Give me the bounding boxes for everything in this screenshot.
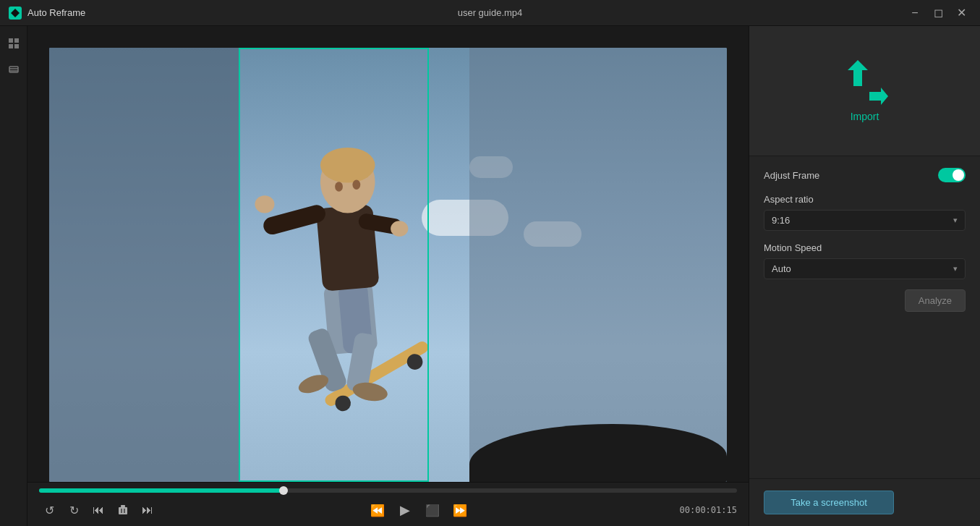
time-display: 00:00:01:15 — [680, 505, 737, 515]
import-label[interactable]: Import — [851, 111, 879, 122]
chevron-down-icon-2: ▾ — [953, 264, 958, 273]
import-arrow-icon — [869, 86, 890, 106]
screenshot-button[interactable]: Take a screenshot — [764, 491, 894, 514]
svg-rect-26 — [119, 507, 127, 514]
svg-rect-1 — [9, 38, 13, 43]
video-scene — [49, 48, 727, 482]
progress-thumb[interactable] — [279, 486, 288, 495]
video-viewport — [49, 48, 727, 482]
app-name: Auto Reframe — [27, 7, 85, 18]
svg-marker-31 — [869, 88, 888, 105]
close-button[interactable]: ✕ — [951, 3, 971, 23]
left-sidebar — [0, 26, 27, 526]
svg-marker-30 — [848, 60, 868, 86]
motion-speed-dropdown[interactable]: Auto ▾ — [764, 258, 966, 279]
video-area: ↺ ↻ ⏮ ⏭ ⏪ ▶ ⬛ — [27, 26, 749, 526]
svg-rect-5 — [9, 67, 18, 72]
skip-back-button[interactable]: ⏮ — [88, 500, 108, 520]
progress-fill — [39, 488, 284, 493]
svg-rect-3 — [9, 44, 13, 48]
settings-section: Adjust Frame Aspect ratio 9:16 ▾ Motion … — [749, 156, 980, 478]
progress-bar[interactable] — [39, 488, 737, 493]
motion-speed-value: Auto — [772, 263, 791, 274]
step-back-button[interactable]: ⏪ — [367, 500, 388, 520]
controls-left: ↺ ↻ ⏮ ⏭ — [39, 500, 158, 520]
maximize-button[interactable]: ◻ — [928, 3, 948, 23]
toggle-thumb — [953, 169, 964, 181]
screenshot-section: Take a screenshot — [749, 478, 980, 526]
redo-button[interactable]: ↻ — [64, 500, 84, 520]
playback-controls: ↺ ↻ ⏮ ⏭ ⏪ ▶ ⬛ — [39, 500, 737, 520]
import-icon — [843, 60, 887, 103]
step-forward-button[interactable]: ⏩ — [450, 500, 470, 520]
reframe-box[interactable] — [239, 48, 428, 482]
svg-marker-0 — [11, 9, 20, 17]
svg-rect-27 — [121, 505, 125, 507]
aspect-ratio-dropdown[interactable]: 9:16 ▾ — [764, 210, 966, 231]
stop-button[interactable]: ⬛ — [422, 500, 443, 520]
download-arrow-icon — [843, 60, 872, 89]
sidebar-icon-layers[interactable] — [4, 59, 24, 80]
adjust-frame-label: Adjust Frame — [764, 170, 819, 181]
file-name: user guide.mp4 — [458, 7, 523, 18]
title-bar-left: Auto Reframe — [9, 7, 85, 20]
app-icon — [9, 7, 22, 20]
title-bar: Auto Reframe user guide.mp4 − ◻ ✕ — [0, 0, 980, 26]
undo-button[interactable]: ↺ — [39, 500, 59, 520]
aspect-ratio-value: 9:16 — [772, 215, 790, 226]
aspect-ratio-label: Aspect ratio — [764, 194, 814, 205]
svg-rect-2 — [14, 38, 19, 43]
window-controls: − ◻ ✕ — [905, 3, 971, 23]
analyze-button[interactable]: Analyze — [905, 289, 966, 312]
play-button[interactable]: ▶ — [395, 500, 415, 520]
svg-rect-4 — [14, 44, 19, 48]
minimize-button[interactable]: − — [905, 3, 925, 23]
motion-speed-label: Motion Speed — [764, 242, 822, 253]
controls-center: ⏪ ▶ ⬛ ⏩ — [367, 500, 470, 520]
import-section: Import — [749, 26, 980, 156]
chevron-down-icon: ▾ — [953, 216, 958, 225]
adjust-frame-toggle[interactable] — [938, 168, 966, 182]
adjust-frame-row: Adjust Frame — [764, 168, 966, 182]
skip-forward-button[interactable]: ⏭ — [137, 500, 158, 520]
sidebar-icon-grid[interactable] — [4, 33, 24, 54]
main-layout: ↺ ↻ ⏮ ⏭ ⏪ ▶ ⬛ — [0, 26, 980, 526]
delete-button[interactable] — [113, 500, 133, 520]
right-panel: Import Adjust Frame Aspect ratio 9:16 ▾ — [749, 26, 980, 526]
controls-bar: ↺ ↻ ⏮ ⏭ ⏪ ▶ ⬛ — [27, 482, 749, 526]
